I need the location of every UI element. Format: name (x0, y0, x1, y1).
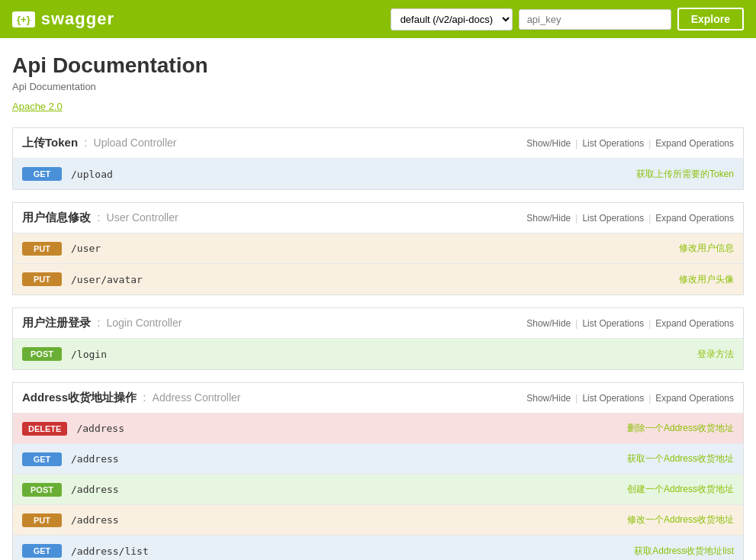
section-controls-login: Show/Hide | List Operations | Expand Ope… (526, 318, 734, 329)
method-badge: PUT (22, 272, 62, 286)
section-header-address[interactable]: Address收货地址操作 : Address Controller Show/… (13, 383, 743, 414)
section-en-title: Address Controller (153, 391, 241, 404)
section-zh-title: Address收货地址操作 (22, 391, 137, 404)
explore-button[interactable]: Explore (677, 8, 744, 31)
method-badge: POST (22, 483, 62, 497)
endpoint-description: 修改一个Address收货地址 (627, 513, 734, 526)
list-operations-link[interactable]: List Operations (582, 138, 644, 149)
header: {+} swagger default (/v2/api-docs) Explo… (0, 0, 756, 38)
endpoint-row[interactable]: POST/login登录方法 (13, 339, 743, 369)
expand-operations-link[interactable]: Expand Operations (655, 138, 734, 149)
divider: | (575, 213, 577, 224)
license-link[interactable]: Apache 2.0 (12, 101, 63, 112)
header-controls: default (/v2/api-docs) Explore (391, 8, 744, 31)
endpoint-description: 获取上传所需要的Token (636, 168, 734, 181)
endpoint-description: 创建一个Address收货地址 (627, 483, 734, 496)
endpoint-path: /address (71, 453, 627, 465)
endpoint-path: /address (71, 484, 627, 495)
endpoint-row[interactable]: DELETE/address删除一个Address收货地址 (13, 414, 743, 444)
section-zh-title: 上传Token (22, 136, 78, 149)
divider: | (575, 318, 577, 329)
endpoint-description: 修改用户信息 (679, 242, 734, 255)
endpoint-path: /login (71, 349, 697, 360)
endpoint-row[interactable]: PUT/user/avatar修改用户头像 (13, 264, 743, 294)
expand-operations-link[interactable]: Expand Operations (655, 393, 734, 404)
endpoint-description: 获取Address收货地址list (634, 545, 734, 558)
section-sep: : (81, 136, 91, 149)
endpoint-row[interactable]: PUT/address修改一个Address收货地址 (13, 505, 743, 536)
section-controls-upload: Show/Hide | List Operations | Expand Ope… (526, 138, 734, 149)
endpoint-row[interactable]: PUT/user修改用户信息 (13, 233, 743, 264)
section-header-login[interactable]: 用户注册登录 : Login Controller Show/Hide | Li… (13, 308, 743, 339)
swagger-logo-text: swagger (41, 9, 114, 29)
endpoint-row[interactable]: POST/address创建一个Address收货地址 (13, 475, 743, 505)
show-hide-link[interactable]: Show/Hide (526, 138, 571, 149)
section-zh-title: 用户注册登录 (22, 316, 91, 329)
section-title-login: 用户注册登录 : Login Controller (22, 316, 526, 330)
method-badge: GET (22, 167, 62, 181)
method-badge: POST (22, 347, 62, 361)
api-section-user: 用户信息修改 : User Controller Show/Hide | Lis… (12, 202, 744, 295)
divider: | (648, 213, 651, 224)
method-badge: GET (22, 452, 62, 466)
section-sep: : (140, 391, 150, 404)
expand-operations-link[interactable]: Expand Operations (655, 213, 734, 224)
section-en-title: User Controller (107, 211, 179, 224)
section-controls-address: Show/Hide | List Operations | Expand Ope… (526, 393, 734, 404)
endpoint-description: 登录方法 (697, 348, 734, 361)
main-content: Api Documentation Api Documentation Apac… (0, 38, 756, 560)
api-key-input[interactable] (519, 9, 671, 30)
divider: | (575, 393, 577, 404)
section-zh-title: 用户信息修改 (22, 211, 91, 224)
page-title: Api Documentation (12, 53, 744, 78)
section-sep: : (94, 316, 104, 329)
api-docs-select[interactable]: default (/v2/api-docs) (391, 8, 513, 31)
list-operations-link[interactable]: List Operations (582, 213, 644, 224)
endpoint-description: 删除一个Address收货地址 (627, 422, 734, 435)
sections-container: 上传Token : Upload Controller Show/Hide | … (12, 127, 744, 560)
endpoint-path: /upload (71, 169, 636, 180)
show-hide-link[interactable]: Show/Hide (526, 213, 571, 224)
endpoint-path: /address (76, 423, 627, 434)
endpoint-description: 修改用户头像 (679, 273, 734, 286)
section-title-user: 用户信息修改 : User Controller (22, 211, 526, 225)
divider: | (648, 318, 651, 329)
list-operations-link[interactable]: List Operations (582, 318, 644, 329)
endpoint-row[interactable]: GET/address/list获取Address收货地址list (13, 536, 743, 560)
method-badge: DELETE (22, 422, 67, 436)
method-badge: PUT (22, 242, 62, 256)
show-hide-link[interactable]: Show/Hide (526, 318, 571, 329)
swagger-logo-icon: {+} (12, 11, 35, 27)
section-header-upload[interactable]: 上传Token : Upload Controller Show/Hide | … (13, 128, 743, 159)
page-subtitle: Api Documentation (12, 81, 744, 92)
method-badge: PUT (22, 513, 62, 527)
show-hide-link[interactable]: Show/Hide (526, 393, 571, 404)
section-sep: : (94, 211, 104, 224)
section-header-user[interactable]: 用户信息修改 : User Controller Show/Hide | Lis… (13, 203, 743, 233)
endpoint-path: /user/avatar (71, 274, 679, 285)
divider: | (575, 138, 577, 149)
expand-operations-link[interactable]: Expand Operations (655, 318, 734, 329)
endpoint-path: /address/list (71, 546, 634, 557)
endpoint-path: /user (71, 243, 679, 254)
section-title-address: Address收货地址操作 : Address Controller (22, 391, 526, 405)
divider: | (648, 138, 651, 149)
api-section-upload: 上传Token : Upload Controller Show/Hide | … (12, 127, 744, 190)
divider: | (648, 393, 651, 404)
list-operations-link[interactable]: List Operations (582, 393, 644, 404)
section-en-title: Login Controller (107, 317, 182, 329)
api-section-login: 用户注册登录 : Login Controller Show/Hide | Li… (12, 307, 744, 370)
endpoint-description: 获取一个Address收货地址 (627, 452, 734, 465)
section-controls-user: Show/Hide | List Operations | Expand Ope… (526, 213, 734, 224)
api-section-address: Address收货地址操作 : Address Controller Show/… (12, 382, 744, 560)
endpoint-path: /address (71, 514, 627, 526)
section-title-upload: 上传Token : Upload Controller (22, 136, 526, 150)
logo-area: {+} swagger (12, 9, 391, 29)
endpoint-row[interactable]: GET/upload获取上传所需要的Token (13, 159, 743, 189)
section-en-title: Upload Controller (94, 137, 177, 149)
endpoint-row[interactable]: GET/address获取一个Address收货地址 (13, 444, 743, 475)
method-badge: GET (22, 544, 62, 558)
